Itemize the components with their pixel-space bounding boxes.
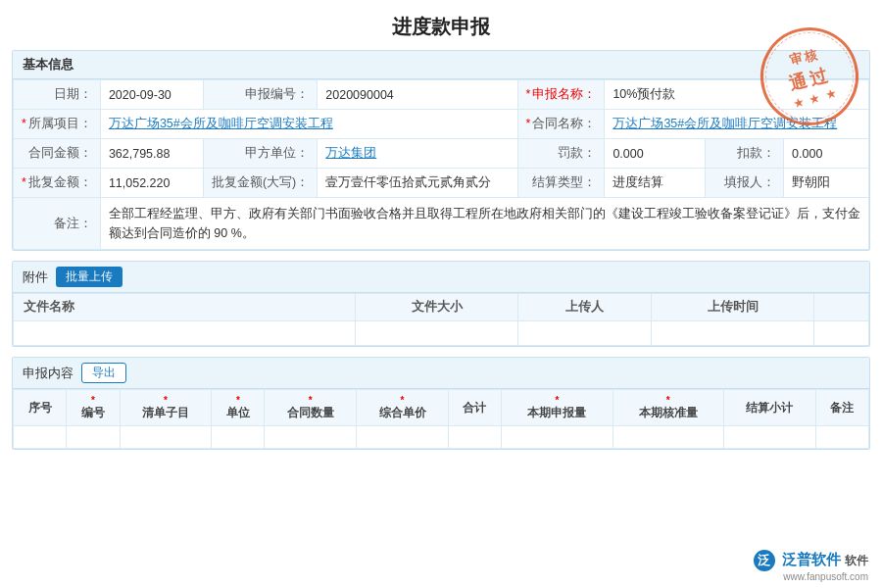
name-label: *申报名称： (517, 80, 605, 110)
info-row-2: *所属项目： 万达广场35#会所及咖啡厅空调安装工程 *合同名称： 万达广场35… (14, 110, 869, 139)
amount-value: 362,795.88 (100, 139, 203, 169)
content-empty-8 (502, 426, 612, 449)
col-unit: *单位 (212, 390, 265, 426)
content-empty-11 (815, 426, 868, 449)
content-table: 序号 *编号 *清单子目 *单位 *合同数量 *综合单价 合计 *本期申报量 *… (13, 389, 869, 449)
col-unit-price: *综合单价 (357, 390, 449, 426)
attachment-label: 附件 (23, 269, 48, 286)
info-row-3: 合同金额： 362,795.88 甲方单位： 万达集团 罚款： 0.000 扣款… (14, 139, 869, 169)
filler-value: 野朝阳 (784, 169, 869, 198)
attachment-table: 文件名称 文件大小 上传人 上传时间 (13, 293, 869, 346)
attachment-empty-cell-4 (652, 321, 814, 346)
logo-bottom: 泛 泛普软件 软件 www.fanpusoft.com (754, 550, 868, 582)
project-link[interactable]: 万达广场35#会所及咖啡厅空调安装工程 (109, 117, 333, 130)
col-period-approved: *本期核准量 (612, 390, 723, 426)
serial-value: 2020090004 (318, 80, 517, 110)
content-empty-7 (448, 426, 501, 449)
attachment-table-header-row: 文件名称 文件大小 上传人 上传时间 (14, 294, 869, 321)
stamp-deco-circle (756, 23, 863, 130)
logo-brand: 泛 泛普软件 软件 (754, 551, 868, 567)
content-empty-5 (265, 426, 357, 449)
attachment-section: 附件 批量上传 文件名称 文件大小 上传人 上传时间 (12, 261, 870, 347)
approved-value: 11,052.220 (100, 169, 203, 198)
col-item: *清单子目 (120, 390, 212, 426)
remark-label: 备注： (14, 198, 101, 250)
col-filesize: 文件大小 (356, 294, 518, 321)
basic-info-header: 基本信息 (13, 51, 869, 79)
content-section: 申报内容 导出 序号 *编号 *清单子目 *单位 *合同数量 *综合单价 合计 … (12, 357, 870, 450)
attachment-empty-cell-5 (814, 321, 869, 346)
info-row-1: 日期： 2020-09-30 申报编号： 2020090004 *申报名称： 1… (14, 80, 869, 110)
deduction-label: 扣款： (706, 139, 784, 169)
content-empty-6 (357, 426, 449, 449)
basic-info-section: 基本信息 日期： 2020-09-30 申报编号： 2020090004 *申报… (12, 50, 870, 251)
col-filename: 文件名称 (14, 294, 356, 321)
col-seq: 序号 (14, 390, 67, 426)
content-section-label: 申报内容 (23, 365, 74, 382)
attachment-empty-cell-3 (518, 321, 652, 346)
party-value: 万达集团 (318, 139, 517, 169)
col-upload-time: 上传时间 (652, 294, 814, 321)
settlement-value: 进度结算 (605, 169, 706, 198)
penalty-label: 罚款： (517, 139, 605, 169)
approval-stamp: 审核 通过 ★ ★ ★ (750, 17, 869, 136)
col-subtotal: 结算小计 (723, 390, 815, 426)
content-empty-2 (67, 426, 120, 449)
col-uploader: 上传人 (518, 294, 652, 321)
content-empty-row (14, 426, 869, 449)
content-empty-1 (14, 426, 67, 449)
col-code: *编号 (67, 390, 120, 426)
party-label: 甲方单位： (203, 139, 317, 169)
content-table-header-row: 序号 *编号 *清单子目 *单位 *合同数量 *综合单价 合计 *本期申报量 *… (14, 390, 869, 426)
serial-label: 申报编号： (203, 80, 317, 110)
batch-upload-button[interactable]: 批量上传 (56, 267, 122, 287)
stamp-container: 审核 通过 ★ ★ ★ (760, 27, 858, 125)
deduction-value: 0.000 (784, 139, 869, 169)
approved-big-label: 批复金额(大写)： (203, 169, 317, 198)
approved-big-value: 壹万壹仟零伍拾贰元贰角贰分 (318, 169, 517, 198)
export-button[interactable]: 导出 (81, 363, 126, 383)
remark-value: 全部工程经监理、甲方、政府有关部门书面验收合格并且取得工程所在地政府相关部门的《… (100, 198, 868, 250)
attachment-empty-row (14, 321, 869, 346)
approved-label: *批复金额： (14, 169, 101, 198)
col-period-apply: *本期申报量 (502, 390, 612, 426)
penalty-value: 0.000 (605, 139, 706, 169)
page-wrapper: 进度款申报 审核 通过 ★ ★ ★ 基本信息 日期： 2020-09-30 申报… (0, 0, 882, 588)
col-remark: 备注 (815, 390, 868, 426)
amount-label: 合同金额： (14, 139, 101, 169)
content-empty-9 (612, 426, 723, 449)
date-value: 2020-09-30 (100, 80, 203, 110)
col-actions (814, 294, 869, 321)
attachment-empty-cell-2 (356, 321, 518, 346)
project-label: *所属项目： (14, 110, 101, 139)
col-total: 合计 (448, 390, 501, 426)
content-header: 申报内容 导出 (13, 358, 869, 389)
party-link[interactable]: 万达集团 (325, 146, 376, 160)
content-empty-10 (723, 426, 815, 449)
logo-brand-line: 泛 泛普软件 软件 (754, 550, 868, 571)
col-contract-qty: *合同数量 (265, 390, 357, 426)
logo-icon: 泛 (754, 550, 775, 571)
info-row-5: 备注： 全部工程经监理、甲方、政府有关部门书面验收合格并且取得工程所在地政府相关… (14, 198, 869, 250)
logo-brand-text: 泛普软件 (782, 551, 841, 567)
filler-label: 填报人： (706, 169, 784, 198)
settlement-label: 结算类型： (517, 169, 605, 198)
content-empty-3 (120, 426, 212, 449)
date-label: 日期： (14, 80, 101, 110)
basic-info-table: 日期： 2020-09-30 申报编号： 2020090004 *申报名称： 1… (13, 79, 869, 250)
logo-url: www.fanpusoft.com (783, 571, 868, 582)
contract-name-label: *合同名称： (517, 110, 605, 139)
attachment-empty-cell-1 (14, 321, 356, 346)
page-title: 进度款申报 (0, 0, 882, 50)
attachment-header: 附件 批量上传 (13, 262, 869, 293)
logo-suffix: 软件 (845, 554, 868, 567)
info-row-4: *批复金额： 11,052.220 批复金额(大写)： 壹万壹仟零伍拾贰元贰角贰… (14, 169, 869, 198)
content-empty-4 (212, 426, 265, 449)
project-value: 万达广场35#会所及咖啡厅空调安装工程 (100, 110, 517, 139)
